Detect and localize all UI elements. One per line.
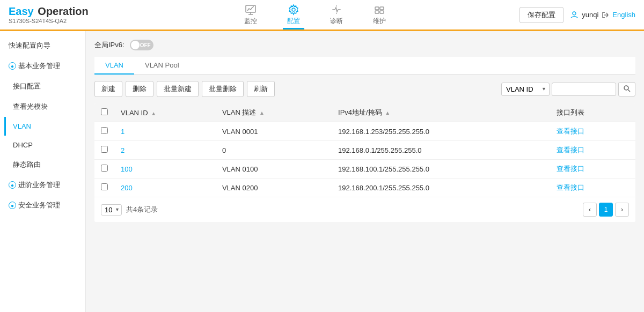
sidebar-item-static-route[interactable]: 静态路由 [4,154,85,175]
svg-rect-11 [375,11,379,13]
ipv6-toggle[interactable]: OFF [130,40,153,50]
sidebar-item-vlan[interactable]: VLAN [4,117,85,136]
page-1-button[interactable]: 1 [599,203,613,217]
svg-point-13 [573,12,576,15]
svg-line-16 [628,90,631,92]
refresh-button[interactable]: 刷新 [247,81,275,97]
circle-dot-icon-2: ● [9,181,16,189]
sidebar-item-port-config[interactable]: 接口配置 [4,76,85,96]
row-checkbox[interactable] [101,165,108,172]
nav-maintain-label: 维护 [373,17,386,26]
username: yunqi [582,11,598,19]
row-checkbox[interactable] [101,127,108,134]
table-row: 2 0 192.168.0.1/255.255.255.0 查看接口 [94,141,635,160]
sidebar-dhcp-label: DHCP [13,141,33,149]
config-icon [288,4,299,16]
search-select-wrap: VLAN ID [501,83,550,96]
view-port-link[interactable]: 查看接口 [557,183,584,191]
col-ipv4: IPv4地址/掩码 ▲ [332,103,550,122]
cell-vlan-id: 2 [114,141,216,160]
sidebar-group-security[interactable]: ● 安全业务管理 [0,195,85,216]
col-port-list: 接口列表 [550,103,635,122]
app-logo: Easy Operation S1730S-S24T4S-QA2 [9,5,89,24]
header-right: 保存配置 yunqi English [519,7,635,23]
view-port-link[interactable]: 查看接口 [557,146,584,154]
cell-vlan-desc: VLAN 0100 [216,160,332,179]
circle-dot-icon-3: ● [9,202,16,209]
table-wrap: VLAN ID ▲ VLAN 描述 ▲ IPv4地址/掩码 ▲ 接口列表 1 V… [94,103,635,222]
diagnose-icon [331,4,342,16]
nav-item-maintain[interactable]: 维护 [369,2,390,29]
cell-vlan-desc: 0 [216,141,332,160]
svg-point-15 [624,86,628,90]
batch-delete-button[interactable]: 批量删除 [202,81,244,97]
pagination: 10 20 50 共4条记录 ‹ 1 › [94,197,635,222]
view-port-link[interactable]: 查看接口 [557,165,584,173]
sidebar-quick-setup-label: 快速配置向导 [9,41,50,50]
sidebar-item-dhcp[interactable]: DHCP [4,136,85,154]
maintain-icon [374,4,385,16]
row-checkbox[interactable] [101,183,108,190]
tabs: VLAN VLAN Pool [94,57,635,75]
col-vlan-id: VLAN ID ▲ [114,103,216,122]
svg-rect-12 [380,11,384,13]
sidebar-advanced-mgmt-label: 进阶业务管理 [18,180,60,190]
cell-port-list: 查看接口 [550,179,635,197]
sidebar: 快速配置向导 ● 基本业务管理 接口配置 查看光模块 VLAN DHCP 静态路… [0,31,86,312]
vlan-id-link[interactable]: 100 [121,165,133,173]
main-content: 全局IPv6: OFF VLAN VLAN Pool 新建 删除 批量新建 批量… [86,31,644,312]
new-button[interactable]: 新建 [94,81,122,97]
view-port-link[interactable]: 查看接口 [557,127,584,135]
ipv6-row: 全局IPv6: OFF [94,40,635,50]
sidebar-group-basic[interactable]: ● 基本业务管理 [0,56,85,76]
svg-rect-10 [380,7,384,10]
language-switch[interactable]: English [612,11,635,19]
layout: 快速配置向导 ● 基本业务管理 接口配置 查看光模块 VLAN DHCP 静态路… [0,31,644,312]
logout-icon[interactable] [602,11,609,19]
sidebar-item-optical-module[interactable]: 查看光模块 [4,96,85,117]
prev-page-button[interactable]: ‹ [583,203,597,217]
next-page-button[interactable]: › [615,203,629,217]
logo-easy: Easy [9,5,34,17]
table-row: 1 VLAN 0001 192.168.1.253/255.255.255.0 … [94,122,635,141]
sidebar-item-quick-setup[interactable]: 快速配置向导 [0,35,85,56]
sidebar-optical-module-label: 查看光模块 [13,102,48,112]
search-input[interactable] [552,83,616,96]
nav-item-monitor[interactable]: 监控 [240,2,261,29]
table-row: 100 VLAN 0100 192.168.100.1/255.255.255.… [94,160,635,179]
sidebar-group-advanced[interactable]: ● 进阶业务管理 [0,175,85,195]
toggle-knob [131,41,140,49]
cell-port-list: 查看接口 [550,160,635,179]
monitor-icon [245,4,257,16]
search-type-select[interactable]: VLAN ID [501,83,550,96]
search-button[interactable] [618,82,635,96]
vlan-id-link[interactable]: 2 [121,146,125,154]
toolbar: 新建 删除 批量新建 批量删除 刷新 VLAN ID [94,81,635,97]
svg-point-3 [292,8,295,11]
delete-button[interactable]: 删除 [126,81,153,97]
toggle-off-text: OFF [140,42,151,48]
cell-ipv4: 192.168.100.1/255.255.255.0 [332,160,550,179]
page-size-wrap: 10 20 50 [101,204,122,216]
nav-diagnose-label: 诊断 [330,17,343,26]
vlan-id-link[interactable]: 1 [121,128,125,136]
cell-vlan-id: 1 [114,122,216,141]
batch-new-button[interactable]: 批量新建 [157,81,199,97]
ipv6-label: 全局IPv6: [94,40,125,50]
save-config-button[interactable]: 保存配置 [519,7,564,23]
cell-ipv4: 192.168.1.253/255.255.255.0 [332,122,550,141]
nav-item-diagnose[interactable]: 诊断 [326,2,347,29]
total-records: 共4条记录 [126,205,158,214]
cell-port-list: 查看接口 [550,122,635,141]
row-checkbox[interactable] [101,146,108,153]
sidebar-basic-mgmt-label: 基本业务管理 [18,61,60,71]
nav-item-config[interactable]: 配置 [283,2,304,29]
tab-vlan[interactable]: VLAN [94,57,134,75]
select-all-checkbox[interactable] [101,108,108,115]
tab-vlan-pool[interactable]: VLAN Pool [134,57,190,75]
cell-ipv4: 192.168.200.1/255.255.255.0 [332,179,550,197]
page-size-select[interactable]: 10 20 50 [101,204,122,216]
svg-rect-0 [246,5,255,12]
vlan-id-link[interactable]: 200 [121,184,133,192]
logo-operation: Operation [38,5,88,17]
